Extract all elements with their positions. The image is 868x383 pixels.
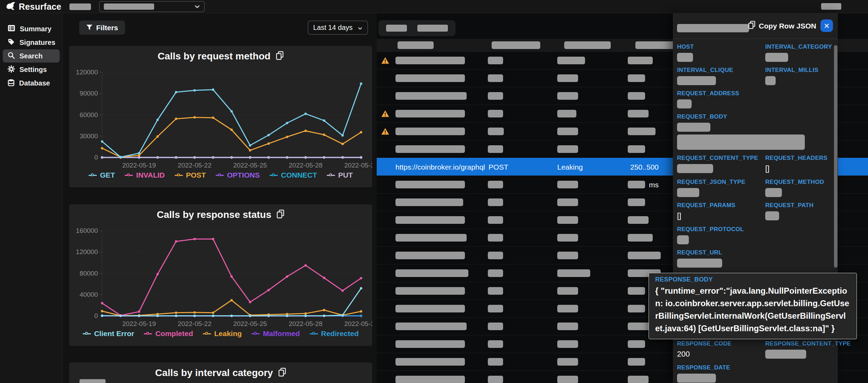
- field-request_address: REQUEST_ADDRESS: [677, 90, 830, 108]
- legend-marker-icon: [310, 331, 318, 336]
- cell-duration: 250..500 ms: [620, 158, 659, 176]
- field-request_content_type: REQUEST_CONTENT_TYPE: [677, 155, 765, 174]
- redacted-cell-pill: [628, 234, 653, 242]
- svg-text:2022-05-28: 2022-05-28: [289, 320, 323, 327]
- legend-item-post[interactable]: POST: [175, 171, 206, 179]
- legend-marker-icon: [175, 173, 183, 178]
- sidebar-item-label: Summary: [20, 25, 51, 33]
- legend-item-client-error[interactable]: Client Error: [83, 329, 134, 338]
- redacted-cell-pill: [488, 358, 503, 366]
- svg-text:2022-05-25: 2022-05-25: [233, 320, 267, 327]
- cell-method: POST: [489, 158, 508, 176]
- topbar-redacted-pill: [69, 3, 91, 10]
- filters-button[interactable]: Filters: [79, 21, 125, 35]
- close-icon: ✕: [824, 22, 830, 30]
- field-label: REQUEST_PARAMS: [677, 202, 765, 209]
- redacted-cell-pill: [628, 340, 645, 348]
- legend-item-leaking[interactable]: Leaking: [203, 329, 242, 338]
- line-chart-plot: 040000800001200001600002022-05-192022-05…: [69, 225, 372, 329]
- field-label: RESPONSE_CONTENT_TYPE: [765, 340, 851, 347]
- redacted-cell-pill: [557, 358, 578, 366]
- field-label: REQUEST_JSON_TYPE: [677, 179, 765, 186]
- sidebar-item-signatures[interactable]: Signatures: [3, 36, 60, 49]
- field-label: REQUEST_PROTOCOL: [677, 226, 830, 233]
- legend-label: Leaking: [214, 329, 242, 338]
- view-toggle-redacted-b[interactable]: [417, 25, 448, 32]
- legend-item-options[interactable]: OPTIONS: [216, 171, 260, 179]
- view-toggle-redacted-a[interactable]: [386, 25, 407, 32]
- sidebar-item-search[interactable]: Search: [3, 49, 60, 63]
- copy-row-json-button[interactable]: Copy Row JSON: [748, 21, 816, 31]
- database-icon: [8, 79, 15, 88]
- copy-chart-icon[interactable]: [277, 210, 284, 220]
- sidebar-item-database[interactable]: Database: [3, 76, 60, 90]
- search-icon: [8, 52, 15, 60]
- redacted-cell-pill: [488, 92, 503, 100]
- time-range-select[interactable]: Last 14 days: [308, 21, 368, 35]
- legend-item-redirected[interactable]: Redirected: [310, 329, 359, 338]
- panel-scrollbar[interactable]: [834, 45, 837, 268]
- redacted-cell-pill: [557, 181, 578, 188]
- redacted-cell-pill: [557, 92, 578, 100]
- redacted-cell-pill: [395, 305, 465, 312]
- column-header-redacted[interactable]: [564, 41, 611, 49]
- svg-text:2022-05-22: 2022-05-22: [178, 320, 211, 327]
- redacted-cell-pill: [557, 57, 585, 64]
- redacted-cell-pill: [628, 252, 661, 259]
- legend-item-malformed[interactable]: Malformed: [251, 329, 300, 338]
- redacted-cell-pill: [488, 74, 503, 82]
- time-range-value: Last 14 days: [313, 24, 352, 32]
- legend-marker-icon: [125, 173, 133, 178]
- redacted-cell-pill: [488, 340, 503, 348]
- field-request_json_type: REQUEST_JSON_TYPE: [677, 179, 765, 197]
- redacted-cell-pill: [557, 74, 578, 82]
- column-header-redacted[interactable]: [398, 41, 434, 49]
- sidebar-item-label: Search: [19, 52, 43, 60]
- chevron-down-icon: [358, 24, 362, 32]
- legend-label: CONNECT: [281, 171, 317, 179]
- redacted-cell-pill: [628, 92, 645, 100]
- copy-chart-icon[interactable]: [276, 51, 284, 62]
- redacted-cell-pill: [557, 145, 578, 153]
- topbar-dropdown[interactable]: [99, 1, 205, 12]
- legend-item-put[interactable]: PUT: [327, 171, 353, 179]
- column-header-redacted[interactable]: [492, 41, 540, 49]
- line-chart-plot: 03000060000900001200002022-05-192022-05-…: [69, 67, 372, 171]
- filter-funnel-icon: [86, 24, 93, 32]
- close-panel-button[interactable]: ✕: [820, 19, 833, 32]
- panel-header: Copy Row JSON ✕: [673, 13, 838, 39]
- field-label: REQUEST_PATH: [765, 202, 830, 209]
- redacted-cell-pill: [628, 376, 649, 383]
- column-header-redacted[interactable]: [635, 41, 675, 49]
- redacted-cell-pill: [488, 376, 503, 383]
- field-request_path: REQUEST_PATH: [765, 202, 830, 221]
- chevron-down-icon: [194, 3, 200, 10]
- redacted-cell-pill: [557, 287, 578, 295]
- legend-item-connect[interactable]: CONNECT: [269, 171, 317, 179]
- copy-chart-icon[interactable]: [278, 368, 286, 378]
- redacted-cell-pill: [488, 216, 503, 224]
- redacted-cell-pill: [557, 234, 578, 242]
- legend-label: Completed: [155, 329, 193, 338]
- field-label: HOST: [677, 43, 765, 50]
- field-host: HOST: [677, 43, 765, 62]
- legend-item-get[interactable]: GET: [89, 171, 115, 179]
- redacted-cell-pill: [628, 216, 649, 224]
- legend-item-completed[interactable]: Completed: [144, 329, 193, 338]
- legend-item-invalid[interactable]: INVALID: [125, 171, 165, 179]
- view-toggle-group[interactable]: [378, 20, 456, 36]
- panel-field-row: REQUEST_PARAMS[]REQUEST_PATH: [677, 202, 830, 221]
- redacted-cell-pill: [488, 269, 503, 277]
- legend-label: GET: [100, 171, 115, 179]
- topbar-dropdown-redacted-value: [104, 3, 154, 10]
- redacted-cell-pill: [628, 128, 656, 135]
- brand[interactable]: Resurface: [6, 1, 61, 12]
- panel-field-row: INTERVAL_CLIQUEINTERVAL_MILLIS: [677, 67, 830, 85]
- sidebar-item-summary[interactable]: Summary: [3, 22, 60, 35]
- copy-row-json-label: Copy Row JSON: [759, 22, 816, 30]
- svg-text:2022-05-31: 2022-05-31: [344, 162, 372, 169]
- chart-title: Calls by interval category: [155, 367, 273, 378]
- topbar: Resurface: [0, 0, 868, 13]
- sidebar-item-settings[interactable]: Settings: [3, 63, 60, 76]
- response-body-value: { "runtime_error":"java.lang.NullPointer…: [655, 285, 850, 335]
